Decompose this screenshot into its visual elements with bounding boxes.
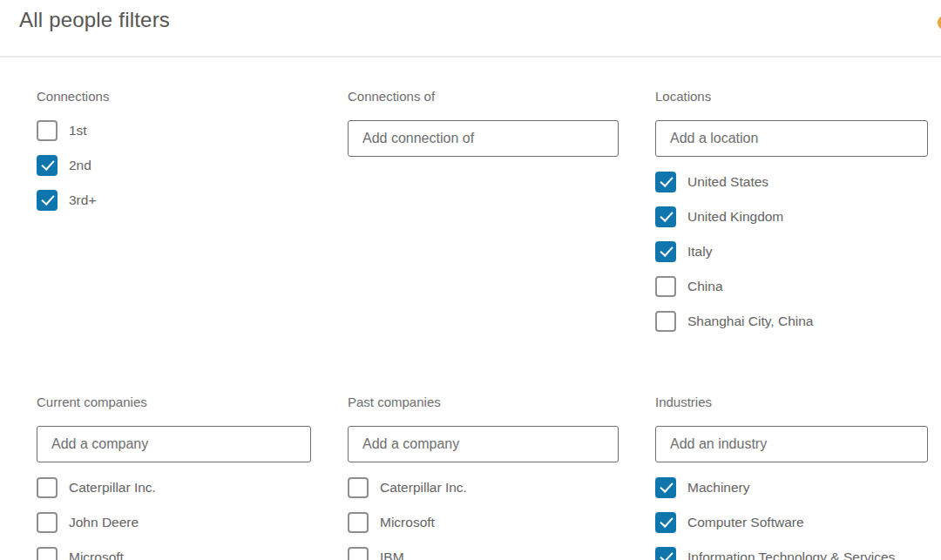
filter-option-row[interactable]: Italy bbox=[655, 241, 928, 262]
section-connections-of: Connections of bbox=[348, 89, 619, 346]
section-label: Connections of bbox=[348, 89, 619, 104]
filter-option-row[interactable]: United States bbox=[655, 172, 928, 192]
filter-option-row[interactable]: Caterpillar Inc. bbox=[348, 477, 619, 498]
checkbox[interactable] bbox=[655, 477, 676, 498]
checkbox-label: Caterpillar Inc. bbox=[69, 480, 156, 496]
section-label: Current companies bbox=[37, 395, 311, 409]
section-label: Past companies bbox=[348, 395, 619, 409]
checkbox[interactable] bbox=[655, 547, 676, 560]
checkbox[interactable] bbox=[655, 241, 676, 262]
checkbox-label: Information Technology & Services bbox=[687, 550, 895, 560]
section-label: Industries bbox=[655, 395, 928, 409]
filter-option-row[interactable]: Microsoft bbox=[37, 547, 311, 560]
checkbox-label: 1st bbox=[69, 123, 87, 138]
checkbox-label: John Deere bbox=[69, 515, 139, 530]
section-connections: Connections 1st 2nd 3rd+ bbox=[37, 89, 311, 346]
filters-grid: Connections 1st 2nd 3rd+ Connections of … bbox=[0, 57, 941, 560]
checkbox-label: Caterpillar Inc. bbox=[380, 480, 467, 496]
filter-option-row[interactable]: IBM bbox=[348, 547, 619, 560]
checkbox[interactable] bbox=[655, 276, 676, 297]
checkbox-label: IBM bbox=[380, 550, 404, 560]
checkbox[interactable] bbox=[37, 512, 58, 533]
filter-option-row[interactable]: Microsoft bbox=[348, 512, 619, 533]
filter-option-row[interactable]: Information Technology & Services bbox=[655, 547, 928, 560]
checkbox[interactable] bbox=[348, 547, 369, 560]
checkbox-label: Computer Software bbox=[687, 515, 804, 530]
checkbox[interactable] bbox=[655, 172, 676, 192]
checkbox-label: Shanghai City, China bbox=[687, 314, 813, 329]
checkbox[interactable] bbox=[37, 155, 58, 176]
past-companies-input[interactable] bbox=[348, 426, 619, 462]
checkbox-label: Microsoft bbox=[69, 550, 124, 560]
checkbox[interactable] bbox=[37, 477, 58, 498]
filter-option-row[interactable]: China bbox=[655, 276, 928, 297]
page-title: All people filters bbox=[19, 8, 941, 32]
connections-of-input[interactable] bbox=[348, 120, 619, 157]
checkbox-label: Italy bbox=[687, 244, 712, 260]
checkbox-label: United States bbox=[687, 174, 768, 190]
filter-option-row[interactable]: 2nd bbox=[37, 155, 311, 176]
filter-option-row[interactable]: Machinery bbox=[655, 477, 928, 498]
filter-option-row[interactable]: Caterpillar Inc. bbox=[37, 477, 311, 498]
checkbox[interactable] bbox=[348, 477, 369, 498]
section-current-companies: Current companies Caterpillar Inc. John … bbox=[37, 395, 311, 560]
checkbox-label: United Kingdom bbox=[687, 209, 783, 225]
checkbox[interactable] bbox=[655, 311, 676, 332]
filter-option-row[interactable]: John Deere bbox=[37, 512, 311, 533]
filter-option-row[interactable]: Shanghai City, China bbox=[655, 311, 928, 332]
checkbox[interactable] bbox=[655, 206, 676, 227]
industries-input[interactable] bbox=[655, 426, 928, 462]
checkbox[interactable] bbox=[37, 190, 58, 211]
checkbox-label: 3rd+ bbox=[69, 192, 96, 208]
section-past-companies: Past companies Caterpillar Inc. Microsof… bbox=[348, 395, 619, 560]
filter-option-row[interactable]: 3rd+ bbox=[37, 190, 311, 211]
checkbox-label: Machinery bbox=[687, 480, 750, 496]
section-locations: Locations United States United Kingdom I… bbox=[655, 89, 928, 346]
filter-option-row[interactable]: Computer Software bbox=[655, 512, 928, 533]
checkbox-label: 2nd bbox=[69, 158, 91, 173]
checkbox-label: China bbox=[687, 279, 723, 294]
checkbox-label: Microsoft bbox=[380, 515, 435, 530]
filter-option-row[interactable]: United Kingdom bbox=[655, 206, 928, 227]
filter-option-row[interactable]: 1st bbox=[37, 120, 311, 141]
checkbox[interactable] bbox=[655, 512, 676, 533]
locations-input[interactable] bbox=[655, 120, 928, 157]
checkbox[interactable] bbox=[37, 547, 58, 560]
current-companies-input[interactable] bbox=[37, 426, 311, 462]
section-industries: Industries Machinery Computer Software I… bbox=[655, 395, 928, 560]
checkbox[interactable] bbox=[348, 512, 369, 533]
section-label: Locations bbox=[655, 89, 928, 104]
checkbox[interactable] bbox=[37, 120, 58, 141]
section-label: Connections bbox=[37, 89, 311, 104]
filters-header: All people filters bbox=[0, 0, 941, 57]
